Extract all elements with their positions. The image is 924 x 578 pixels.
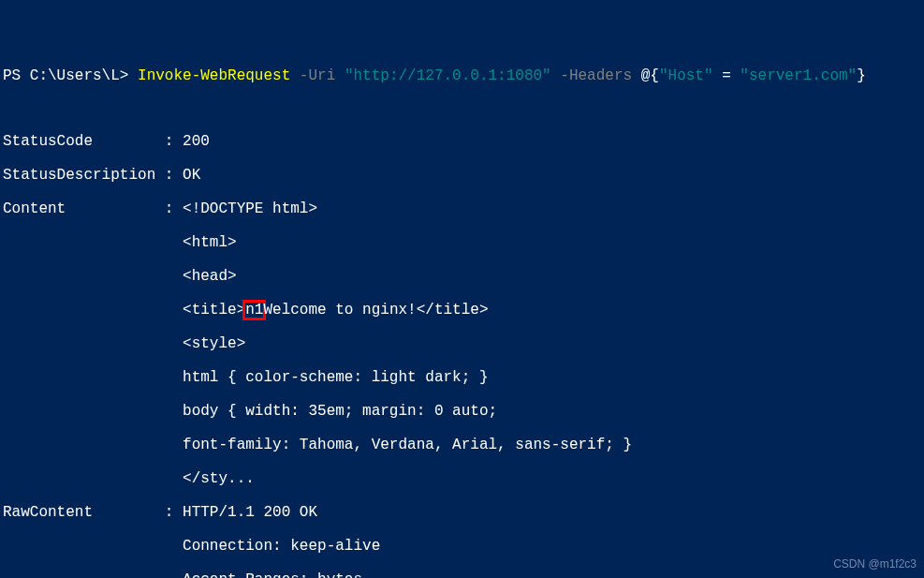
- content-row: Content : <!DOCTYPE html>: [3, 200, 924, 217]
- content-line: body { width: 35em; margin: 0 auto;: [3, 403, 924, 420]
- statuscode-label: StatusCode: [3, 133, 155, 150]
- content-line: <head>: [3, 268, 924, 285]
- param-headers: -Headers: [560, 67, 640, 84]
- hash-eq: =: [713, 67, 741, 84]
- param-uri: -Uri: [300, 67, 345, 84]
- content-label: Content: [3, 200, 155, 217]
- rawcontent-line: Connection: keep-alive: [3, 538, 924, 555]
- command-line[interactable]: PS C:\Users\L> Invoke-WebRequest -Uri "h…: [3, 67, 924, 84]
- statusdescription-value: OK: [173, 167, 200, 184]
- rawcontent-row: RawContent : HTTP/1.1 200 OK: [3, 504, 924, 521]
- header-key: "Host": [659, 67, 713, 84]
- statusdescription-label: StatusDescription: [3, 167, 155, 184]
- uri-value: "http://127.0.0.1:1080": [345, 67, 560, 84]
- content-line: <title>n1Welcome to nginx!</title>: [3, 302, 924, 319]
- content-line: font-family: Tahoma, Verdana, Arial, san…: [3, 437, 924, 453]
- watermark: CSDN @m1f2c3: [833, 558, 917, 571]
- content-line: </sty...: [3, 470, 924, 487]
- prompt-path: PS C:\Users\L>: [3, 67, 138, 84]
- statuscode-row: StatusCode : 200: [3, 133, 924, 150]
- rawcontent-label: RawContent: [3, 504, 155, 521]
- hash-open: @{: [641, 67, 659, 84]
- output-block: StatusCode : 200 StatusDescription : OK …: [3, 116, 924, 578]
- content-line: <style>: [3, 335, 924, 352]
- hash-close: }: [857, 67, 866, 84]
- command-name: Invoke-WebRequest: [138, 67, 300, 84]
- rawcontent-line: Accept-Ranges: bytes: [3, 571, 924, 578]
- content-line: html { color-scheme: light dark; }: [3, 369, 924, 386]
- statuscode-value: 200: [173, 133, 209, 150]
- header-value: "server1.com": [740, 67, 857, 84]
- content-line: <html>: [3, 234, 924, 251]
- statusdescription-row: StatusDescription : OK: [3, 167, 924, 184]
